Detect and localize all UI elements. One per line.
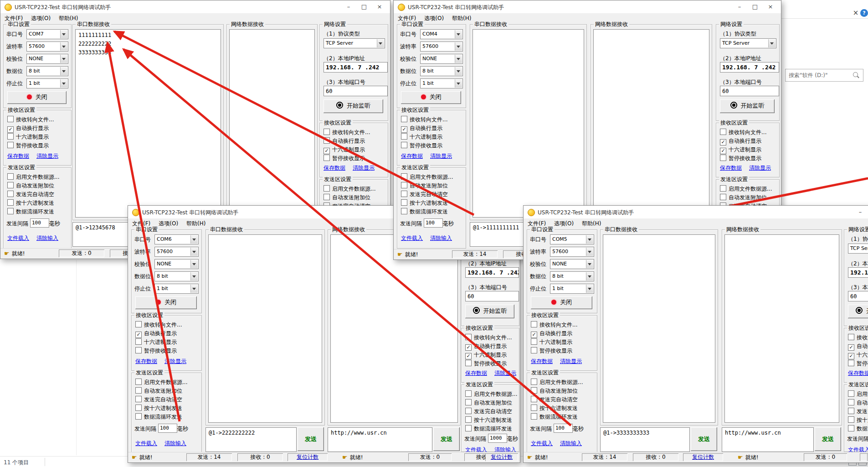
rx-option-3[interactable]: 暂停接收显示 xyxy=(7,142,67,149)
file-load-link[interactable]: 文件载入 xyxy=(7,234,39,241)
tx-option-1[interactable]: 自动发送附加位 xyxy=(531,387,590,394)
checkbox[interactable] xyxy=(7,199,14,206)
data-bits-select[interactable]: 8 bit xyxy=(550,271,594,281)
checkbox[interactable] xyxy=(7,191,14,197)
chevron-down-icon[interactable] xyxy=(60,42,67,51)
reset-count-link[interactable]: 复位计数 xyxy=(288,453,328,461)
net-tx-option-0[interactable]: 启用文件数据源... xyxy=(324,185,383,192)
save-data-link[interactable]: 保存数据 xyxy=(848,369,868,376)
checkbox[interactable] xyxy=(531,413,537,420)
checkbox[interactable] xyxy=(848,399,854,405)
stop-bits-select[interactable]: 1 bit xyxy=(26,78,68,88)
rx-option-0[interactable]: 接收转向文件... xyxy=(401,116,460,123)
checkbox[interactable] xyxy=(401,199,407,206)
checkbox[interactable] xyxy=(531,321,537,327)
chevron-down-icon[interactable] xyxy=(60,30,67,38)
close-port-button[interactable]: 关闭 xyxy=(7,91,67,104)
network-send-input[interactable]: http://www.usr.cn xyxy=(722,427,814,452)
serial-send-input[interactable]: @1->2222222222 xyxy=(205,427,297,452)
checkbox[interactable] xyxy=(848,360,854,366)
save-data-link[interactable]: 保存数据 xyxy=(324,164,355,171)
net-rx-option-0[interactable]: 接收转向文件... xyxy=(465,334,520,341)
chevron-down-icon[interactable] xyxy=(455,42,462,51)
net-tx-option-3[interactable]: 按十六进制发送 xyxy=(848,416,868,424)
net-rx-option-2[interactable]: ✓十六进制显示 xyxy=(324,146,383,153)
local-ip-input[interactable]: 192.168. 7 .242 xyxy=(324,62,388,73)
close-port-button[interactable]: 关闭 xyxy=(531,296,592,309)
checkbox[interactable] xyxy=(324,137,330,144)
rx-option-1[interactable]: ✓自动换行显示 xyxy=(531,330,590,337)
chevron-down-icon[interactable] xyxy=(586,272,593,280)
checkbox[interactable] xyxy=(135,405,142,411)
titlebar[interactable]: USR-TCP232-Test 串口转网络调试助手–□× xyxy=(524,206,868,218)
checkbox[interactable] xyxy=(401,191,407,197)
clear-input-link[interactable]: 清除输入 xyxy=(430,234,462,241)
checkbox[interactable] xyxy=(324,129,330,135)
net-tx-option-1[interactable]: 自动发送附加位 xyxy=(848,399,868,406)
net-tx-option-3[interactable]: 按十六进制发送 xyxy=(465,416,520,424)
checkbox[interactable] xyxy=(135,387,142,394)
clear-display-link[interactable]: 清除显示 xyxy=(749,164,781,171)
checkbox[interactable]: ✓ xyxy=(401,126,407,133)
net-rx-option-0[interactable]: 接收转向文件... xyxy=(324,129,383,136)
local-port-input[interactable]: 60 xyxy=(720,86,779,96)
serial-receive-area[interactable] xyxy=(208,234,322,423)
chevron-down-icon[interactable] xyxy=(455,30,462,38)
send-interval-input[interactable]: 100 xyxy=(554,424,573,433)
net-tx-option-1[interactable]: 自动发送附加位 xyxy=(720,194,779,201)
net-tx-option-1[interactable]: 自动发送附加位 xyxy=(324,194,383,201)
send-interval-input[interactable]: 100 xyxy=(30,218,49,228)
close-port-button[interactable]: 关闭 xyxy=(135,296,197,309)
data-bits-select[interactable]: 8 bit xyxy=(26,66,68,76)
menu-help[interactable]: 帮助(H) xyxy=(578,218,605,228)
chevron-down-icon[interactable] xyxy=(586,285,593,293)
checkbox[interactable] xyxy=(720,155,726,161)
data-bits-select[interactable]: 8 bit xyxy=(154,271,199,281)
checkbox[interactable] xyxy=(531,379,537,385)
start-listen-button[interactable]: 开始监听 xyxy=(465,305,514,318)
rx-option-2[interactable]: 十六进制显示 xyxy=(531,338,590,346)
tx-option-3[interactable]: 按十六进制发送 xyxy=(531,405,590,412)
net-rx-option-1[interactable]: 自动换行显示 xyxy=(324,137,383,145)
chevron-down-icon[interactable] xyxy=(586,235,593,244)
net-rx-option-1[interactable]: ✓自动换行显示 xyxy=(465,342,520,350)
net-rx-option-3[interactable]: 暂停接收显示 xyxy=(720,155,779,162)
checkbox[interactable]: ✓ xyxy=(465,344,472,351)
file-load-link[interactable]: 文件载入 xyxy=(135,440,167,446)
checkbox[interactable] xyxy=(324,155,330,161)
tx-option-1[interactable]: 自动发送附加位 xyxy=(401,182,460,189)
parity-select[interactable]: NONE xyxy=(154,259,199,269)
checkbox[interactable] xyxy=(7,173,14,180)
save-data-link[interactable]: 保存数据 xyxy=(7,152,39,159)
checkbox[interactable] xyxy=(531,347,537,353)
menu-help[interactable]: 帮助(H) xyxy=(182,218,210,228)
rx-option-1[interactable]: ✓自动换行显示 xyxy=(401,125,460,132)
checkbox[interactable]: ✓ xyxy=(848,353,854,359)
minimize-button[interactable]: – xyxy=(341,0,356,13)
net-tx-option-1[interactable]: 自动发送附加位 xyxy=(465,399,520,406)
start-listen-button[interactable]: 开始监听 xyxy=(848,305,868,318)
baud-rate-select[interactable]: 57600 xyxy=(154,247,199,257)
tx-option-0[interactable]: 启用文件数据源... xyxy=(135,379,195,386)
checkbox[interactable] xyxy=(401,182,407,188)
baud-rate-select[interactable]: 57600 xyxy=(550,247,594,257)
com-port-select[interactable]: COM7 xyxy=(26,29,68,39)
clear-display-link[interactable]: 清除显示 xyxy=(560,358,592,364)
net-tx-option-4[interactable]: 数据流循环发送 xyxy=(465,425,520,432)
file-load-link[interactable]: 文件载入 xyxy=(401,234,433,241)
explorer-search-input[interactable]: 搜索"软件 (D:)" xyxy=(785,69,863,82)
chevron-down-icon[interactable] xyxy=(190,260,198,268)
rx-option-0[interactable]: 接收转向文件... xyxy=(135,321,195,328)
chevron-down-icon[interactable] xyxy=(455,67,462,75)
checkbox[interactable] xyxy=(465,334,472,340)
tx-option-2[interactable]: 发送完自动清空 xyxy=(135,396,195,403)
checkbox[interactable] xyxy=(465,416,472,423)
baud-rate-select[interactable]: 57600 xyxy=(420,42,463,52)
checkbox[interactable] xyxy=(324,185,330,192)
close-port-button[interactable]: 关闭 xyxy=(401,91,461,104)
rx-option-2[interactable]: 十六进制显示 xyxy=(135,338,195,346)
start-listen-button[interactable]: 开始监听 xyxy=(324,99,383,113)
rx-option-3[interactable]: 暂停接收显示 xyxy=(531,347,590,354)
net-rx-option-3[interactable]: 暂停接收显示 xyxy=(324,155,383,162)
checkbox[interactable]: ✓ xyxy=(324,148,330,154)
